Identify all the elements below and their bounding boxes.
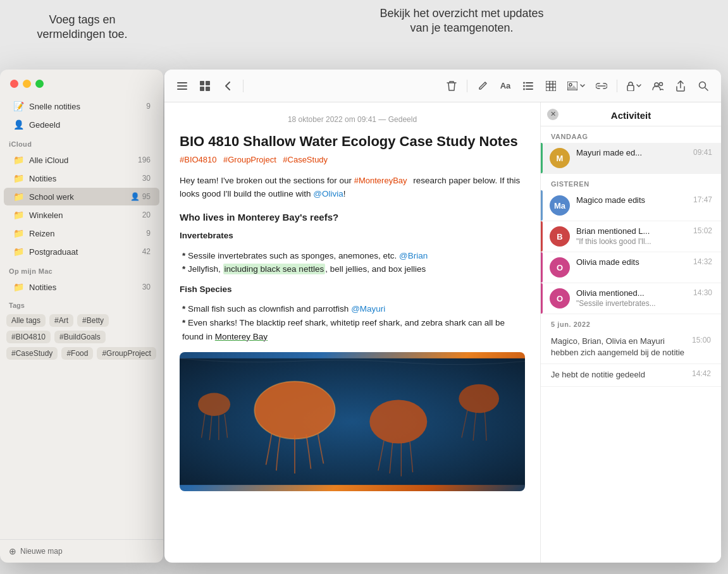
minimize-button[interactable]	[23, 80, 31, 88]
mention-brian[interactable]: @Brian	[399, 251, 428, 260]
activity-main-text: Mayuri made ed...	[576, 148, 688, 157]
activity-content: Mayuri made ed...	[576, 148, 688, 157]
sidebar-item-label: Reizen	[29, 229, 146, 238]
text-style-button[interactable]: Aa	[495, 76, 515, 96]
sidebar-item-mac-notities[interactable]: 📁 Notities 30	[4, 278, 159, 296]
share-button[interactable]	[670, 76, 691, 96]
tag-alle-tags[interactable]: Alle tags	[6, 314, 46, 327]
svg-point-22	[660, 82, 663, 85]
annotation-top-left: Voeg tags en vermeldingen toe.	[19, 13, 145, 42]
annotation-top-right: Bekijk het overzicht met updates van je …	[373, 6, 550, 36]
list-format-button[interactable]	[518, 76, 538, 96]
bullet4: Even sharks! The blacktip reef shark, wh…	[182, 316, 525, 343]
date-header: 5 jun. 2022	[541, 314, 721, 331]
avatar-olivia: O	[550, 288, 570, 308]
highlight-monterey: Monterey Bay	[215, 332, 268, 341]
tag-bio4810[interactable]: #BIO4810	[6, 331, 51, 343]
svg-point-28	[459, 384, 499, 413]
tags-section: Tags Alle tags #Art #Betty #BIO4810 #Bui…	[0, 296, 163, 365]
sidebar-item-alle-icloud[interactable]: 📁 Alle iCloud 196	[4, 151, 159, 169]
activity-main-text: Magico made edits	[576, 195, 688, 205]
tags-grid: Alle tags #Art #Betty #BIO4810 #BuildGoa…	[6, 314, 157, 360]
compose-button[interactable]	[472, 76, 493, 96]
svg-rect-3	[200, 81, 204, 85]
activity-item-magico[interactable]: Ma Magico made edits 17:47	[541, 190, 721, 221]
activity-shared[interactable]: 14:42 Je hebt de notitie gedeeld	[541, 364, 721, 386]
sidebar-item-winkelen[interactable]: 📁 Winkelen 20	[4, 206, 159, 224]
icloud-section-header: iCloud	[0, 134, 163, 150]
jellyfish-image	[180, 352, 525, 491]
activity-item-mayuri[interactable]: M Mayuri made ed... 09:41	[541, 143, 721, 174]
avatar-magico: Ma	[550, 195, 570, 216]
today-header: VANDAAG	[541, 126, 721, 143]
activity-group-join[interactable]: 15:00 Magico, Brian, Olivia en Mayuri he…	[541, 331, 721, 364]
delete-button[interactable]	[441, 76, 462, 96]
mention-mayuri[interactable]: @Mayuri	[351, 304, 385, 314]
svg-point-19	[569, 83, 572, 86]
svg-rect-6	[206, 87, 210, 91]
list-view-button[interactable]	[172, 76, 192, 96]
toolbar-divider-3	[617, 80, 617, 92]
tag-betty[interactable]: #Betty	[77, 314, 109, 327]
sidebar-item-label: Snelle notities	[29, 102, 146, 111]
sidebar: 📝 Snelle notities 9 👤 Gedeeld iCloud 📁 A…	[0, 70, 163, 563]
activity-time: 14:42	[692, 369, 711, 378]
note-tags: #BIO4810 #GroupProject #CaseStudy	[180, 154, 525, 165]
activity-sub-text: "Sessile invertebrates...	[576, 299, 688, 308]
search-button[interactable]	[693, 76, 713, 96]
svg-rect-12	[526, 89, 533, 90]
sidebar-item-reizen[interactable]: 📁 Reizen 9	[4, 224, 159, 242]
avatar-brian: B	[550, 226, 570, 247]
avatar-olivia: O	[550, 257, 570, 278]
sidebar-item-gedeeld[interactable]: 👤 Gedeeld	[4, 116, 159, 133]
table-button[interactable]	[541, 76, 561, 96]
yesterday-header: GISTEREN	[541, 174, 721, 190]
tag-groupproject[interactable]: #GroupProject	[97, 347, 156, 360]
tag-food[interactable]: #Food	[61, 347, 93, 360]
fish-list: Small fish such as clownfish and parrotf…	[180, 302, 525, 343]
sidebar-item-label: Postgraduaat	[29, 247, 142, 257]
tag-casestudy[interactable]: #CaseStudy	[6, 347, 58, 360]
back-button[interactable]	[218, 76, 238, 96]
close-button[interactable]	[10, 80, 18, 88]
svg-rect-2	[177, 89, 187, 90]
sidebar-item-snelle-notities[interactable]: 📝 Snelle notities 9	[4, 97, 159, 115]
svg-point-11	[523, 88, 525, 90]
activity-list: VANDAAG M Mayuri made ed... 09:41 GISTER…	[541, 126, 721, 563]
mention-monterey-bay[interactable]: #MontereyBay	[354, 176, 407, 185]
lock-button[interactable]	[622, 76, 645, 96]
activity-item-olivia-edits[interactable]: O Olivia made edits 14:32	[541, 252, 721, 283]
note-intro: Hey team! I've broken out the sections f…	[180, 174, 525, 201]
link-button[interactable]	[591, 76, 612, 96]
tag-bio4810[interactable]: #BIO4810	[180, 155, 217, 164]
mention-olivia[interactable]: @Olivia	[313, 189, 343, 198]
collaborate-button[interactable]	[648, 76, 668, 96]
sidebar-item-school-werk[interactable]: 📁 School werk 👤 95	[4, 188, 159, 205]
tag-casestudy[interactable]: #CaseStudy	[283, 155, 328, 164]
folder-icon: 📁	[13, 228, 24, 239]
sidebar-item-count: 42	[142, 247, 151, 256]
activity-item-brian-mention[interactable]: B Brian mentioned L... "If this looks go…	[541, 221, 721, 252]
fullscreen-button[interactable]	[35, 80, 44, 88]
note-body: Hey team! I've broken out the sections f…	[180, 174, 525, 492]
folder-icon: 📁	[13, 209, 24, 221]
sidebar-item-postgraduaat[interactable]: 📁 Postgraduaat 42	[4, 243, 159, 260]
media-button[interactable]	[564, 76, 589, 96]
activity-content: Magico made edits	[576, 195, 688, 205]
grid-view-button[interactable]	[195, 76, 215, 96]
activity-item-olivia-mention[interactable]: O Olivia mentioned... "Sessile invertebr…	[541, 283, 721, 314]
note-area: 18 oktober 2022 om 09:41 — Gedeeld BIO 4…	[164, 102, 541, 563]
activity-main-text: Olivia mentioned...	[576, 288, 688, 298]
tag-groupproject[interactable]: #GroupProject	[223, 155, 276, 164]
tag-art[interactable]: #Art	[49, 314, 73, 327]
note-title: BIO 4810 Shallow Water Ecology Case Stud…	[180, 133, 525, 151]
svg-rect-4	[206, 81, 210, 85]
new-folder-button[interactable]: ⊕ Nieuwe map	[0, 539, 163, 563]
sidebar-item-notities[interactable]: 📁 Notities 30	[4, 169, 159, 187]
activity-close-button[interactable]: ✕	[547, 109, 558, 120]
svg-rect-1	[177, 85, 187, 87]
accent-bar	[541, 143, 543, 173]
tag-buildgoals[interactable]: #BuildGoals	[54, 331, 106, 343]
sidebar-item-count: 9	[146, 229, 151, 238]
bullet1: Sessile invertebrates such as sponges, a…	[182, 249, 525, 263]
